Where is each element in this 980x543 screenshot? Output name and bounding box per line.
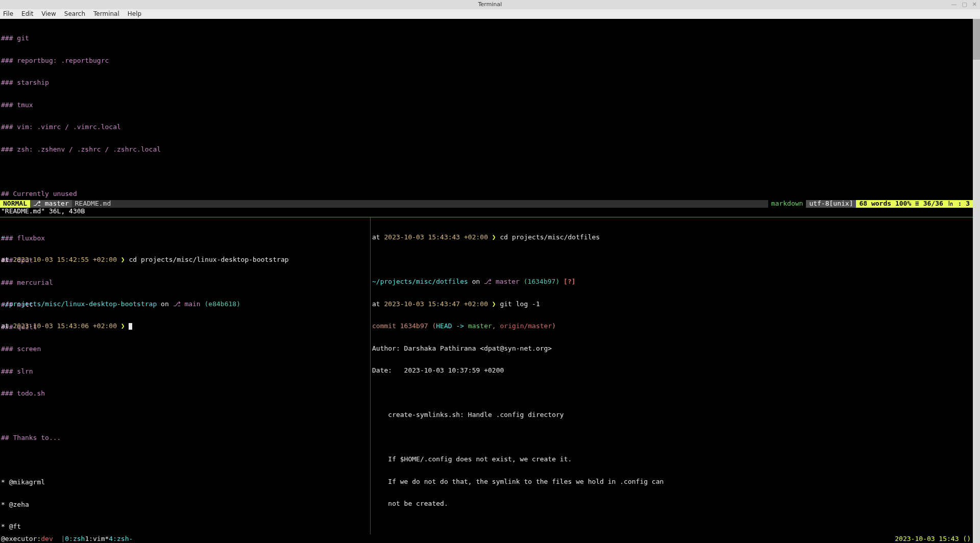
vim-line: ### tmux	[1, 102, 972, 109]
tmux-statusbar: @executor:dev |0:zsh 1:vim* 4:zsh- 2023-…	[0, 535, 973, 543]
vim-line: ### reportbug: .reportbugrc	[1, 57, 972, 65]
scrollbar[interactable]	[973, 19, 980, 543]
shell-line: not be created.	[372, 500, 972, 508]
shell-line	[372, 256, 972, 264]
tmux-clock: 2023-10-03 15:43 ()	[895, 535, 971, 543]
menu-help[interactable]: Help	[128, 10, 141, 18]
vim-line: ### vim: .vimrc / .vimrc.local	[1, 124, 972, 131]
shell-line	[1, 278, 369, 286]
shell-line: at 2023-10-03 15:43:06 +02:00 ❯	[1, 323, 369, 330]
menu-bar: File Edit View Search Terminal Help	[0, 9, 980, 19]
window-titlebar: Terminal — ▢ ✕	[0, 0, 980, 9]
menu-file[interactable]: File	[3, 10, 13, 18]
shell-pane-right[interactable]: at 2023-10-03 15:43:43 +02:00 ❯ cd proje…	[372, 219, 972, 543]
vim-filename: README.md	[72, 200, 114, 208]
vim-message: "README.md" 36L, 430B	[1, 208, 85, 215]
shell-line	[372, 434, 972, 441]
tmux-pane-border	[370, 217, 371, 534]
tmux-pane-border	[0, 217, 973, 217]
shell-line: ~/projects/misc/dotfiles on ⎇ master (16…	[372, 278, 972, 286]
vim-line: ### zsh: .zshenv / .zshrc / .zshrc.local	[1, 146, 972, 154]
shell-line: If we do not do that, the symlink to the…	[372, 478, 972, 486]
shell-cursor	[129, 323, 132, 330]
scrollbar-thumb[interactable]	[973, 19, 980, 60]
minimize-icon[interactable]: —	[951, 1, 957, 9]
vim-wordcount: 68 words 100% ≡ 36/36 ㏑ : 3	[856, 200, 973, 208]
shell-line: ~/projects/misc/linux-desktop-bootstrap …	[1, 301, 369, 308]
tmux-window-active[interactable]: 1:vim*	[85, 535, 109, 543]
close-icon[interactable]: ✕	[972, 1, 977, 9]
tmux-host: @executor	[1, 535, 37, 543]
shell-line: at 2023-10-03 15:42:55 +02:00 ❯ cd proje…	[1, 256, 369, 264]
shell-line	[372, 523, 972, 530]
vim-line: ## Currently unused	[1, 190, 972, 198]
window-title: Terminal	[478, 1, 502, 9]
shell-line: at 2023-10-03 15:43:43 +02:00 ❯ cd proje…	[372, 234, 972, 241]
shell-line: Author: Darshaka Pathirana <dpat@syn-net…	[372, 345, 972, 353]
vim-line: ### starship	[1, 79, 972, 87]
vim-line: ### git	[1, 35, 972, 42]
tmux-window[interactable]: 0:zsh	[65, 535, 85, 543]
branch-icon: ⎇	[33, 200, 41, 207]
vim-filetype: markdown	[768, 200, 806, 208]
menu-search[interactable]: Search	[64, 10, 85, 18]
tmux-window[interactable]: 4:zsh-	[109, 535, 133, 543]
menu-terminal[interactable]: Terminal	[93, 10, 119, 18]
vim-branch: ⎇ master	[30, 200, 72, 208]
vim-encoding: utf-8[unix]	[806, 200, 856, 208]
shell-line: Date: 2023-10-03 10:37:59 +0200	[372, 367, 972, 375]
shell-pane-left[interactable]: ~ at 2023-10-03 15:42:55 +02:00 ❯ cd pro…	[1, 219, 369, 345]
shell-line	[372, 389, 972, 397]
vim-statusline: NORMAL ⎇ master README.md markdown utf-8…	[0, 200, 973, 208]
maximize-icon[interactable]: ▢	[962, 1, 967, 9]
shell-line: at 2023-10-03 15:43:47 +02:00 ❯ git log …	[372, 301, 972, 308]
branch-icon: ⎇	[173, 300, 181, 308]
shell-line: ~	[1, 234, 369, 241]
branch-icon: ⎇	[484, 278, 492, 285]
shell-line: create-symlinks.sh: Handle .config direc…	[372, 411, 972, 419]
shell-line: If $HOME/.config does not exist, we crea…	[372, 456, 972, 463]
menu-view[interactable]: View	[41, 10, 56, 18]
vim-line	[1, 168, 972, 176]
terminal-area[interactable]: ### git ### reportbug: .reportbugrc ### …	[0, 19, 980, 543]
shell-line: commit 1634b97 (HEAD -> master, origin/m…	[372, 323, 972, 330]
vim-mode: NORMAL	[0, 200, 30, 208]
menu-edit[interactable]: Edit	[21, 10, 33, 18]
